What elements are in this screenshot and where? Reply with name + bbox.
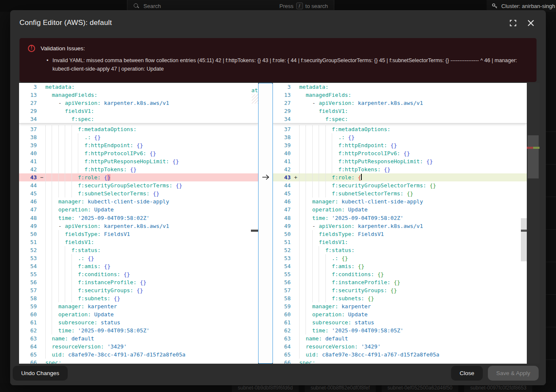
- undo-changes-button[interactable]: Undo Changes: [13, 366, 68, 381]
- code-line[interactable]: 59manager: karpenter: [273, 302, 527, 310]
- code-line[interactable]: 41f:httpPutResponseHopLimit: {}: [273, 157, 527, 165]
- code-line[interactable]: 41f:httpPutResponseHopLimit: {}: [19, 157, 258, 165]
- code-line[interactable]: 64resourceVersion: '3429': [273, 343, 527, 351]
- minimap-deleted-marker: [527, 147, 533, 149]
- code-line[interactable]: 60operation: Update: [273, 310, 527, 318]
- diff-sash[interactable]: [258, 83, 273, 364]
- code-line[interactable]: 38.: {}: [273, 133, 527, 141]
- code-line[interactable]: 45f:subnetSelectorTerms: {}: [273, 189, 527, 197]
- save-apply-button[interactable]: Save & Apply: [488, 366, 539, 381]
- sticky-line[interactable]: 27- apiVersion: karpenter.k8s.aws/v1: [19, 99, 258, 107]
- code-line[interactable]: 51fieldsV1:: [19, 238, 258, 246]
- code-line[interactable]: 59manager: karpenter: [19, 302, 258, 310]
- dialog-header: Config Editor (AWS): default: [10, 10, 546, 36]
- code-line[interactable]: 63name: default: [273, 334, 527, 343]
- sticky-line[interactable]: 13managedFields:: [19, 91, 258, 99]
- scrollbar-slider-overlay[interactable]: [521, 218, 527, 261]
- code-line[interactable]: 44f:securityGroupSelectorTerms: {}: [19, 181, 258, 189]
- sticky-line[interactable]: 34f:spec:: [273, 115, 527, 123]
- code-line[interactable]: 62time: '2025-09-04T09:58:05Z': [273, 326, 527, 334]
- code-line[interactable]: 57f:securityGroups: {}: [19, 286, 258, 294]
- code-line[interactable]: 47operation: Update: [19, 206, 258, 214]
- sticky-line[interactable]: 29fieldsV1:: [19, 107, 258, 115]
- code-line[interactable]: 53.: {}: [273, 254, 527, 262]
- sticky-line[interactable]: 3metadata:: [19, 83, 258, 91]
- code-line[interactable]: 42f:httpTokens: {}: [19, 165, 258, 173]
- cluster-label: Cluster: anirban-singh: [501, 3, 555, 9]
- code-line[interactable]: 49- apiVersion: karpenter.k8s.aws/v1: [273, 222, 527, 230]
- code-original[interactable]: 37f:metadataOptions:38.: {}39f:httpEndpo…: [19, 125, 258, 364]
- code-line[interactable]: 39f:httpEndpoint: {}: [19, 141, 258, 149]
- code-line[interactable]: 46manager: kubectl-client-side-apply: [19, 197, 258, 206]
- diff-editor-original[interactable]: 3metadata:13managedFields:27- apiVersion…: [19, 83, 258, 364]
- code-line[interactable]: 57f:securityGroups: {}: [273, 286, 527, 294]
- code-line[interactable]: 62time: '2025-09-04T09:58:05Z': [19, 326, 258, 334]
- code-line[interactable]: 60operation: Update: [19, 310, 258, 318]
- code-line[interactable]: 48time: '2025-09-04T09:58:02Z': [273, 214, 527, 222]
- code-line[interactable]: 58f:subnets: {}: [19, 294, 258, 302]
- code-line[interactable]: 54f:amis: {}: [273, 262, 527, 270]
- code-line[interactable]: 47operation: Update: [273, 206, 527, 214]
- code-line[interactable]: 43−f:role: {}: [19, 173, 258, 181]
- code-line[interactable]: 66spec:: [273, 359, 527, 364]
- code-line[interactable]: 51fieldsV1:: [273, 238, 527, 246]
- sticky-scroll-original[interactable]: 3metadata:13managedFields:27- apiVersion…: [19, 83, 258, 123]
- sticky-line[interactable]: 34f:spec:: [19, 115, 258, 123]
- code-line[interactable]: 56f:instanceProfile: {}: [273, 278, 527, 286]
- fullscreen-button[interactable]: [509, 19, 517, 27]
- code-line[interactable]: 37f:metadataOptions:: [19, 125, 258, 133]
- background-table-rows: [545, 99, 556, 370]
- code-line[interactable]: 53.: {}: [19, 254, 258, 262]
- code-line[interactable]: 56f:instanceProfile: {}: [19, 278, 258, 286]
- validation-banner: Validation Issues: Invalid YAML: missed …: [19, 38, 537, 82]
- code-modified[interactable]: 37f:metadataOptions:38.: {}39f:httpEndpo…: [273, 125, 527, 364]
- minimap-slider[interactable]: [528, 135, 539, 178]
- diff-editor: 3metadata:13managedFields:27- apiVersion…: [19, 83, 539, 364]
- code-line[interactable]: 39f:httpEndpoint: {}: [273, 141, 527, 149]
- code-line[interactable]: 61subresource: status: [273, 318, 527, 326]
- code-line[interactable]: 50fieldsType: FieldsV1: [273, 230, 527, 238]
- sticky-line[interactable]: 29fieldsV1:: [273, 107, 527, 115]
- code-line[interactable]: 37f:metadataOptions:: [273, 125, 527, 133]
- code-line[interactable]: 52f:status:: [273, 246, 527, 254]
- diff-editor-modified[interactable]: 3metadata:13managedFields:27- apiVersion…: [273, 83, 527, 364]
- code-line[interactable]: 43+f:role: {: [273, 173, 527, 181]
- code-line[interactable]: 54f:amis: {}: [19, 262, 258, 270]
- code-line[interactable]: 55f:conditions: {}: [19, 270, 258, 278]
- validation-message: Invalid YAML: missed comma between flow …: [47, 56, 528, 73]
- sticky-scroll-modified[interactable]: 3metadata:13managedFields:27- apiVersion…: [273, 83, 527, 123]
- sticky-line[interactable]: 13managedFields:: [273, 91, 527, 99]
- dialog-footer: Undo Changes Close Save & Apply: [10, 364, 546, 385]
- code-line[interactable]: 40f:httpProtocolIPv6: {}: [19, 149, 258, 157]
- code-line[interactable]: 45f:subnetSelectorTerms: {}: [19, 189, 258, 197]
- code-line[interactable]: 64resourceVersion: '3429': [19, 343, 258, 351]
- code-line[interactable]: 46manager: kubectl-client-side-apply: [273, 197, 527, 206]
- code-line[interactable]: 66spec:: [19, 359, 258, 364]
- code-line[interactable]: 49- apiVersion: karpenter.k8s.aws/v1: [19, 222, 258, 230]
- revert-arrow-icon[interactable]: [261, 173, 270, 181]
- close-button[interactable]: [526, 19, 535, 27]
- code-line[interactable]: 61subresource: status: [19, 318, 258, 326]
- code-line[interactable]: 63name: default: [19, 334, 258, 343]
- code-line[interactable]: 65uid: c8afe97e-38cc-4f91-a767-d15f2a8fe…: [19, 351, 258, 359]
- code-line[interactable]: 40f:httpProtocolIPv6: {}: [273, 149, 527, 157]
- code-line[interactable]: 52f:status:: [19, 246, 258, 254]
- code-line[interactable]: 48time: '2025-09-04T09:58:02Z': [19, 214, 258, 222]
- validation-heading: Validation Issues:: [41, 45, 85, 52]
- code-line[interactable]: 44f:securityGroupSelectorTerms: {}: [273, 181, 527, 189]
- code-line[interactable]: 38.: {}: [19, 133, 258, 141]
- search-placeholder: Search: [143, 3, 161, 9]
- code-line[interactable]: 50fieldsType: FieldsV1: [19, 230, 258, 238]
- code-line[interactable]: 42f:httpTokens: {}: [273, 165, 527, 173]
- fullscreen-icon: [509, 19, 517, 27]
- code-line[interactable]: 55f:conditions: {}: [273, 270, 527, 278]
- code-line[interactable]: 58f:subnets: {}: [273, 294, 527, 302]
- search-shortcut-hint: Press / to search: [279, 3, 328, 9]
- config-editor-dialog: Config Editor (AWS): default Validation …: [10, 10, 546, 385]
- hidden-region-hatch: [252, 94, 258, 104]
- code-line[interactable]: 65uid: c8afe97e-38cc-4f91-a767-d15f2a8fe…: [273, 351, 527, 359]
- sticky-line[interactable]: 27- apiVersion: karpenter.k8s.aws/v1: [273, 99, 527, 107]
- sticky-line[interactable]: 3metadata:: [273, 83, 527, 91]
- minimap[interactable]: [527, 83, 539, 364]
- close-dialog-button[interactable]: Close: [451, 366, 483, 381]
